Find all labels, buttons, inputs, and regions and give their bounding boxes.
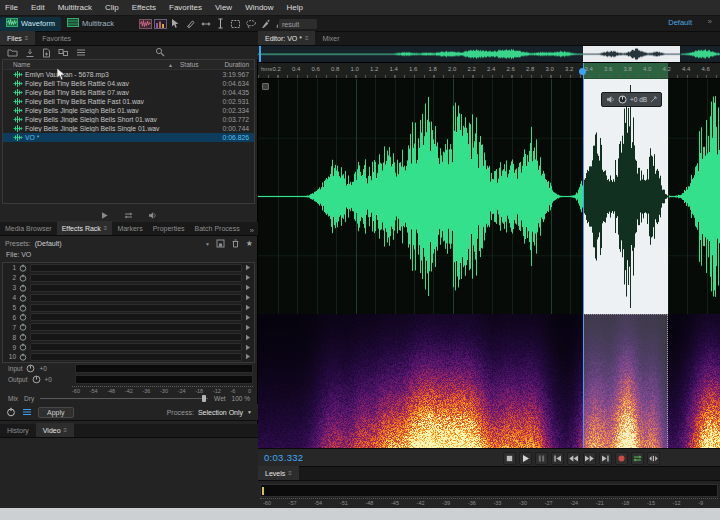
save-preset-icon[interactable] <box>216 239 225 249</box>
skip-selection-button[interactable] <box>647 452 660 465</box>
slot-menu-arrow-icon[interactable] <box>245 324 251 331</box>
toolbar-search-input[interactable]: result <box>278 18 318 30</box>
slot-effect-field[interactable] <box>30 284 242 292</box>
waveform-view-button[interactable]: Waveform <box>0 17 61 31</box>
file-row[interactable]: Emlyn Vaughan - 5678.mp33:19.967 <box>3 70 254 79</box>
razor-tool-icon[interactable] <box>184 17 197 30</box>
file-row[interactable]: Foley Bell Tiny Bells Rattle 04.wav0:04.… <box>3 79 254 88</box>
tab-mixer[interactable]: Mixer <box>315 31 346 45</box>
slot-menu-arrow-icon[interactable] <box>245 284 251 291</box>
menu-edit[interactable]: Edit <box>31 3 45 12</box>
file-row[interactable]: Foley Bells Jingle Sleigh Bells Short 01… <box>3 115 254 124</box>
menu-effects[interactable]: Effects <box>132 3 156 12</box>
workspace-switcher[interactable]: Default <box>668 18 692 27</box>
favorite-star-icon[interactable]: ★ <box>246 239 253 248</box>
output-gain-knob[interactable] <box>32 375 41 384</box>
slip-tool-icon[interactable] <box>199 17 212 30</box>
lasso-selection-tool-icon[interactable] <box>244 17 257 30</box>
open-file-icon[interactable] <box>7 48 18 58</box>
time-selection-tool-icon[interactable] <box>214 17 227 30</box>
menu-view[interactable]: View <box>215 3 232 12</box>
slot-menu-arrow-icon[interactable] <box>245 314 251 321</box>
sort-ascending-icon[interactable]: ▲ <box>168 62 180 68</box>
file-row[interactable]: Foley Bell Tiny Bells Rattle Fast 01.wav… <box>3 97 254 106</box>
move-tool-icon[interactable] <box>169 17 182 30</box>
slot-effect-field[interactable] <box>30 304 242 312</box>
waveform-view-icon[interactable] <box>139 17 152 30</box>
mix-slider[interactable] <box>40 398 208 399</box>
menu-favorites[interactable]: Favorites <box>169 3 202 12</box>
tab-history[interactable]: History <box>0 423 36 437</box>
preview-loop-icon[interactable] <box>123 211 134 220</box>
menu-multitrack[interactable]: Multitrack <box>58 3 92 12</box>
time-display[interactable]: 0:03.332 <box>258 452 303 463</box>
record-button[interactable] <box>615 452 628 465</box>
play-button[interactable] <box>519 452 532 465</box>
tab-media-browser[interactable]: Media Browser <box>0 221 57 235</box>
tab-properties[interactable]: Properties <box>148 221 190 235</box>
pause-button[interactable] <box>535 452 548 465</box>
media-type-icon[interactable] <box>58 48 69 58</box>
slot-effect-field[interactable] <box>30 353 242 361</box>
slot-menu-arrow-icon[interactable] <box>245 264 251 271</box>
list-view-icon[interactable] <box>76 48 86 58</box>
tab-batch-process[interactable]: Batch Process <box>190 221 245 235</box>
spectral-view-icon[interactable] <box>154 17 167 30</box>
hud-expand-icon[interactable] <box>650 96 657 103</box>
tab-overflow-icon[interactable]: » <box>250 226 258 235</box>
mix-slider-handle[interactable] <box>202 395 206 402</box>
file-row[interactable]: Foley Bell Tiny Bells Rattle 07.wav0:04.… <box>3 88 254 97</box>
rack-toggle-icon[interactable] <box>22 407 32 417</box>
slot-power-icon[interactable] <box>19 294 27 302</box>
view-corner-icon[interactable] <box>262 83 269 90</box>
loop-playback-button[interactable] <box>631 452 644 465</box>
slot-menu-arrow-icon[interactable] <box>245 294 251 301</box>
skip-to-end-button[interactable] <box>599 452 612 465</box>
stop-button[interactable] <box>503 452 516 465</box>
process-dropdown[interactable]: Process: Selection Only ▼ <box>167 409 252 416</box>
slot-power-icon[interactable] <box>19 313 27 321</box>
slot-power-icon[interactable] <box>19 274 27 282</box>
slot-power-icon[interactable] <box>19 304 27 312</box>
slot-power-icon[interactable] <box>19 284 27 292</box>
tab-effects-rack[interactable]: Effects Rack ≡ <box>57 221 113 235</box>
waveform-editor-canvas[interactable] <box>258 79 720 314</box>
slot-menu-arrow-icon[interactable] <box>245 353 251 360</box>
preview-auto-play-speaker-icon[interactable] <box>148 211 158 220</box>
file-row[interactable]: Foley Bells Jingle Sleigh Bells 01.wav0:… <box>3 106 254 115</box>
menu-help[interactable]: Help <box>287 3 303 12</box>
panel-menu-icon[interactable]: ≡ <box>25 35 29 41</box>
slot-power-icon[interactable] <box>19 323 27 331</box>
input-gain-knob[interactable] <box>26 364 35 373</box>
slot-menu-arrow-icon[interactable] <box>245 344 251 351</box>
slot-effect-field[interactable] <box>30 264 242 272</box>
column-name[interactable]: Name <box>3 61 168 68</box>
timeline-ruler[interactable]: hms 0.20.40.60.81.01.21.41.61.82.02.22.4… <box>258 63 720 79</box>
slot-power-icon[interactable] <box>19 353 27 361</box>
multitrack-view-button[interactable]: Multitrack <box>61 17 120 31</box>
panel-menu-icon[interactable]: ≡ <box>305 35 309 41</box>
slot-menu-arrow-icon[interactable] <box>245 334 251 341</box>
column-duration[interactable]: Duration <box>212 61 254 68</box>
panel-menu-icon[interactable]: ≡ <box>288 470 292 476</box>
file-row[interactable]: Foley Bells Jingle Sleigh Bells Single 0… <box>3 124 254 133</box>
playhead-line[interactable] <box>583 63 584 448</box>
slot-menu-arrow-icon[interactable] <box>245 274 251 281</box>
slot-effect-field[interactable] <box>30 294 242 302</box>
tab-files[interactable]: Files ≡ <box>0 31 35 45</box>
panel-menu-icon[interactable]: ≡ <box>64 427 68 433</box>
tab-editor[interactable]: Editor: VO * ≡ <box>258 31 315 45</box>
presets-dropdown-icon[interactable]: ▼ <box>205 241 210 247</box>
overview-navigator-canvas[interactable] <box>258 46 720 63</box>
slot-power-icon[interactable] <box>19 264 27 272</box>
slot-effect-field[interactable] <box>30 333 242 341</box>
tab-markers[interactable]: Markers <box>112 221 147 235</box>
paintbrush-tool-icon[interactable] <box>259 17 272 30</box>
marquee-selection-tool-icon[interactable] <box>229 17 242 30</box>
rewind-button[interactable] <box>567 452 580 465</box>
apply-button[interactable]: Apply <box>38 407 74 418</box>
slot-power-icon[interactable] <box>19 343 27 351</box>
panel-menu-icon[interactable]: ≡ <box>104 225 108 231</box>
presets-value[interactable]: (Default) <box>35 240 62 247</box>
slot-menu-arrow-icon[interactable] <box>245 304 251 311</box>
